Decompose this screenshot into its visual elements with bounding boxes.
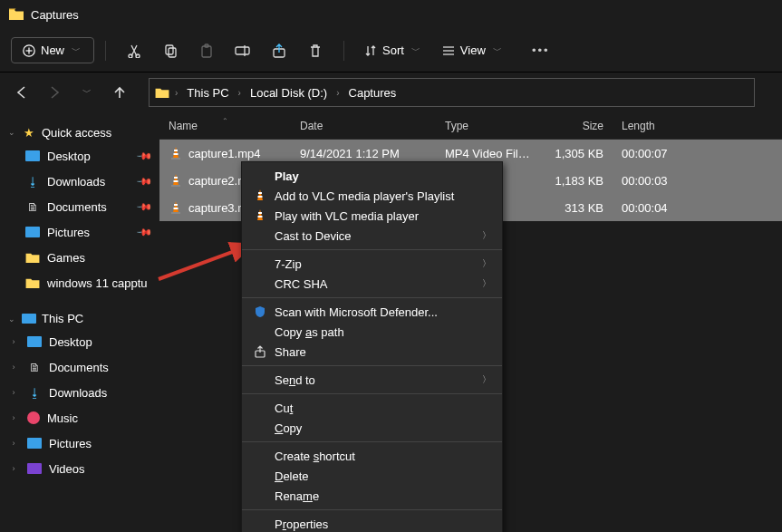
vlc-icon [169,200,183,215]
ctx-crc[interactable]: CRC SHA〉 [242,274,502,294]
vlc-icon [169,146,183,160]
col-length[interactable]: Length [613,120,694,132]
column-headers: ⌃Name Date Type Size Length [159,112,782,140]
paste-button[interactable] [189,34,224,67]
svg-rect-16 [174,153,179,155]
crumb-local-disk[interactable]: Local Disk (D:) [246,84,331,102]
chevron-right-icon: 〉 [482,257,491,270]
col-type[interactable]: Type [436,120,540,132]
view-button[interactable]: View ﹀ [433,44,513,57]
col-size[interactable]: Size [540,120,613,132]
ctx-create-shortcut[interactable]: Create shortcut [242,446,502,466]
crumb-captures[interactable]: Captures [345,84,401,102]
svg-rect-5 [166,45,173,54]
ctx-7zip[interactable]: 7-Zip〉 [242,254,502,274]
up-button[interactable] [107,80,132,105]
col-name[interactable]: ⌃Name [159,120,291,132]
ctx-cast[interactable]: Cast to Device〉 [242,226,502,246]
sidebar-item-downloads2[interactable]: ›⭳Downloads [0,380,159,405]
ctx-copy[interactable]: Copy [242,418,502,438]
crumb-this-pc[interactable]: This PC [183,84,232,102]
chevron-right-icon: 〉 [482,373,491,386]
shield-icon [254,305,266,318]
chevron-down-icon: ⌄ [7,314,16,324]
sidebar-item-music[interactable]: ›Music [0,405,159,430]
sidebar-item-documents[interactable]: 🗎Documents📌 [0,194,159,219]
chevron-right-icon: › [9,388,18,397]
videos-icon [27,463,42,474]
folder-icon [9,8,24,21]
separator [242,365,502,366]
new-button[interactable]: New ﹀ [11,37,94,63]
chevron-right-icon: › [9,413,18,422]
ctx-properties[interactable]: Properties [242,514,502,532]
sidebar-item-documents2[interactable]: ›🗎Documents [0,354,159,380]
folder-icon [25,277,40,289]
chevron-down-icon: ﹀ [491,44,504,57]
separator [242,509,502,510]
pictures-icon [25,227,40,237]
chevron-right-icon: › [334,88,341,98]
svg-rect-25 [258,192,262,194]
sidebar-item-pictures2[interactable]: ›Pictures [0,430,159,456]
chevron-right-icon: › [9,439,18,448]
rename-button[interactable] [226,34,260,67]
share-button[interactable] [262,34,296,67]
chevron-right-icon: › [9,464,18,473]
address-bar[interactable]: › This PC › Local Disk (D:) › Captures [149,78,755,107]
new-label: New [41,44,64,57]
forward-button[interactable] [42,80,67,105]
col-date[interactable]: Date [291,120,436,132]
pin-icon: 📌 [135,198,152,215]
chevron-down-icon: ﹀ [70,44,82,57]
ctx-play-vlc[interactable]: Play with VLC media player [242,206,502,226]
cut-button[interactable] [117,34,151,67]
quick-access-label: Quick access [42,126,111,140]
svg-rect-23 [171,212,180,214]
view-icon [442,44,455,57]
ctx-play[interactable]: Play [242,166,502,186]
sidebar-item-desktop[interactable]: Desktop📌 [0,143,159,169]
plus-circle-icon [23,44,35,57]
sidebar-item-pictures[interactable]: Pictures📌 [0,219,159,245]
separator [242,297,502,298]
title-bar: Captures [0,0,782,29]
delete-button[interactable] [298,34,333,67]
sidebar-this-pc[interactable]: ⌄ This PC [0,308,159,329]
separator [242,249,502,250]
back-button[interactable] [9,80,34,105]
svg-rect-15 [174,150,178,151]
sidebar-item-windows11[interactable]: windows 11 capptu [0,270,159,295]
svg-rect-19 [174,180,179,182]
ctx-rename[interactable]: Rename [242,486,502,506]
more-button[interactable]: ••• [524,34,558,67]
ctx-copy-path[interactable]: Copy as path [242,322,502,342]
svg-point-3 [129,54,132,58]
ctx-send-to[interactable]: Send to〉 [242,370,502,390]
sidebar-quick-access[interactable]: ⌄ ★ Quick access [0,121,159,143]
chevron-right-icon: › [237,88,243,98]
ctx-delete[interactable]: Delete [242,466,502,486]
svg-point-4 [136,54,140,58]
pin-icon: 📌 [135,172,152,189]
vlc-icon [169,173,183,188]
documents-icon: 🗎 [27,360,42,374]
sort-button[interactable]: Sort ﹀ [355,44,431,57]
ctx-add-playlist[interactable]: Add to VLC media player's Playlist [242,186,502,206]
sidebar-item-videos[interactable]: ›Videos [0,456,159,481]
ctx-cut[interactable]: Cut [242,398,502,418]
chevron-right-icon: 〉 [482,229,491,242]
ctx-share[interactable]: Share [242,342,502,362]
pc-icon [22,314,36,324]
recent-button[interactable]: ﹀ [74,80,100,105]
sidebar-item-downloads[interactable]: ⭳Downloads📌 [0,169,159,194]
context-menu: Play Add to VLC media player's Playlist … [241,161,503,532]
star-icon: ★ [22,125,36,140]
downloads-icon: ⭳ [27,385,42,400]
ctx-defender[interactable]: Scan with Microsoft Defender... [242,302,502,322]
navbar: ﹀ › This PC › Local Disk (D:) › Captures [0,73,782,112]
sidebar: ⌄ ★ Quick access Desktop📌 ⭳Downloads📌 🗎D… [0,112,159,532]
sidebar-item-games[interactable]: Games [0,245,159,270]
copy-button[interactable] [153,34,188,67]
sidebar-item-desktop2[interactable]: ›Desktop [0,329,159,354]
